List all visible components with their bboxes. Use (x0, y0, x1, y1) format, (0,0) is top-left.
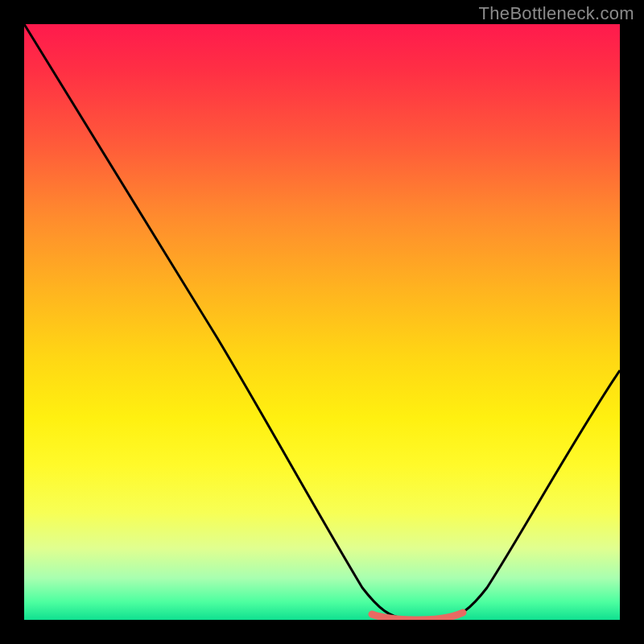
watermark-text: TheBottleneck.com (479, 3, 634, 24)
chart-frame: TheBottleneck.com (0, 0, 644, 644)
flat-minimum-marker (372, 613, 463, 620)
bottleneck-curve-path (24, 24, 620, 618)
curve-layer (24, 24, 620, 620)
plot-area (24, 24, 620, 620)
